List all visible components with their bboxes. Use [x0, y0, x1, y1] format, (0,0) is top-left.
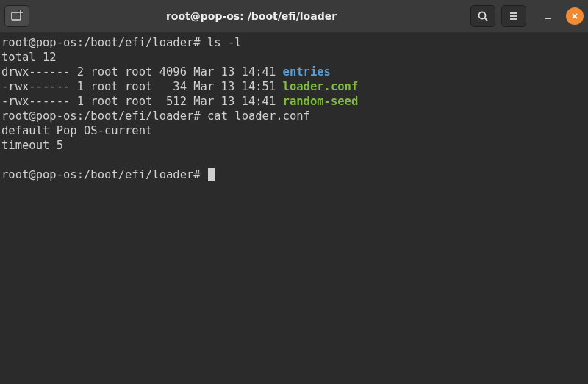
terminal-area[interactable]: root@pop-os:/boot/efi/loader# ls -l tota…	[0, 32, 588, 185]
titlebar: root@pop-os: /boot/efi/loader	[0, 0, 588, 32]
menu-button[interactable]	[501, 5, 526, 27]
close-icon	[570, 12, 579, 21]
titlebar-left	[4, 5, 32, 27]
new-tab-button[interactable]	[4, 5, 29, 27]
new-tab-icon	[10, 10, 24, 23]
ls-row-name-entries: entries	[283, 65, 331, 79]
command-1: ls -l	[207, 36, 242, 49]
cursor	[208, 168, 215, 181]
svg-line-3	[485, 18, 488, 21]
ls-row-perms: -rwx------ 1 root root 512 Mar 13 14:41	[1, 95, 283, 108]
ls-row-perms: drwx------ 2 root root 4096 Mar 13 14:41	[1, 65, 283, 79]
cat-line-1: default Pop_OS-current	[1, 124, 152, 137]
total-line: total 12	[1, 51, 57, 64]
prompt-3: root@pop-os:/boot/efi/loader#	[1, 168, 201, 181]
svg-point-2	[479, 12, 486, 18]
hamburger-icon	[508, 10, 520, 22]
ls-row-perms: -rwx------ 1 root root 34 Mar 13 14:51	[1, 80, 283, 93]
command-2: cat loader.conf	[207, 109, 310, 123]
search-icon	[477, 10, 489, 22]
search-button[interactable]	[470, 5, 495, 27]
prompt-2: root@pop-os:/boot/efi/loader#	[1, 109, 201, 123]
titlebar-right	[470, 5, 584, 27]
ls-row-name-loader-conf: loader.conf	[283, 80, 359, 93]
ls-row-name-random-seed: random-seed	[283, 95, 359, 108]
minimize-button[interactable]	[538, 6, 559, 26]
prompt-1: root@pop-os:/boot/efi/loader#	[1, 36, 201, 49]
close-button[interactable]	[566, 7, 584, 25]
minimize-icon	[544, 12, 553, 21]
cat-line-2: timeout 5	[1, 139, 63, 152]
window-title: root@pop-os: /boot/efi/loader	[32, 10, 470, 22]
